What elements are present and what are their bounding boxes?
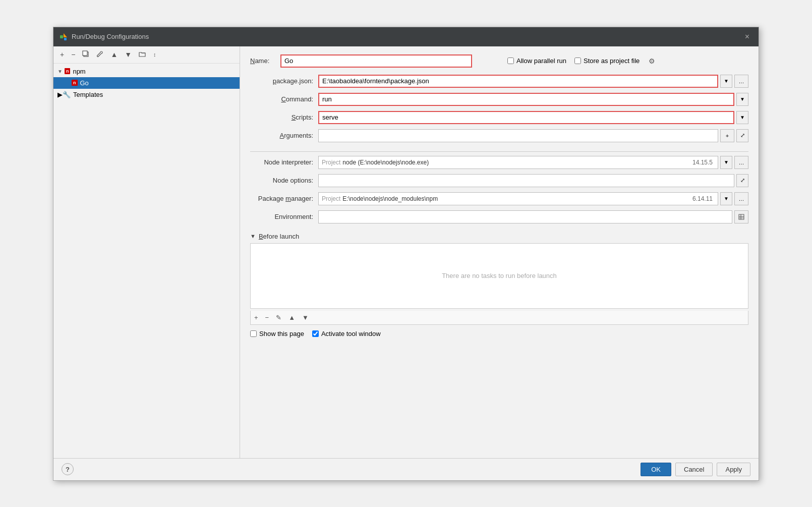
copy-icon (82, 50, 89, 58)
package-manager-label: Package manager: (250, 195, 318, 202)
close-button[interactable]: × (742, 31, 752, 42)
move-down-button[interactable]: ▼ (122, 49, 134, 60)
before-launch-add-button[interactable]: + (252, 313, 261, 322)
before-launch-body: There are no tasks to run before launch (250, 243, 748, 309)
node-interpreter-dropdown-button[interactable]: ▼ (720, 156, 732, 169)
go-config-label: Go (80, 79, 89, 87)
node-options-label: Node options: (250, 177, 318, 184)
node-options-row: Node options: ⤢ (250, 174, 748, 187)
npm-group-label: npm (73, 68, 85, 75)
arguments-label: Arguments: (250, 132, 318, 139)
remove-config-button[interactable]: − (69, 49, 78, 60)
cancel-button[interactable]: Cancel (675, 463, 713, 476)
sort-icon: ↕ (153, 50, 160, 58)
allow-parallel-checkbox-label[interactable]: Allow parallel run (507, 57, 566, 65)
svg-rect-6 (739, 214, 744, 219)
arguments-expand-button[interactable]: ⤢ (736, 129, 748, 142)
activate-tool-window-checkbox[interactable] (312, 330, 319, 337)
table-icon (738, 214, 744, 220)
before-launch-collapse-arrow: ▼ (250, 233, 256, 239)
activate-tool-window-checkbox-label[interactable]: Activate tool window (312, 330, 381, 337)
package-manager-row: Package manager: Project E:\node\nodejs\… (250, 192, 748, 205)
checkboxes-row: Allow parallel run Store as project file… (507, 57, 748, 65)
package-manager-browse-button[interactable]: … (734, 192, 748, 205)
environment-row: Environment: (250, 210, 748, 223)
before-launch-edit-button[interactable]: ✎ (273, 313, 284, 322)
before-launch-remove-button[interactable]: − (263, 313, 272, 322)
package-manager-prefix: Project (322, 195, 340, 202)
move-up-button[interactable]: ▲ (108, 49, 120, 60)
svg-text:↕: ↕ (153, 51, 156, 58)
activate-tool-window-label: Activate tool window (321, 330, 381, 337)
environment-browse-button[interactable] (734, 210, 748, 223)
node-interpreter-browse-button[interactable]: … (734, 156, 748, 169)
before-launch-label: Before launch (259, 233, 299, 240)
sort-button[interactable]: ↕ (150, 49, 162, 61)
show-page-checkbox-label[interactable]: Show this page (250, 330, 304, 337)
node-options-input[interactable] (318, 174, 734, 187)
ok-button[interactable]: OK (641, 463, 671, 476)
footer-left: ? (62, 463, 74, 475)
store-project-checkbox[interactable] (574, 58, 581, 64)
command-input[interactable] (318, 93, 734, 106)
before-launch-up-button[interactable]: ▲ (286, 313, 298, 322)
arguments-row: Arguments: + ⤢ (250, 129, 748, 142)
folder-button[interactable] (136, 49, 148, 61)
allow-parallel-label: Allow parallel run (516, 57, 566, 65)
help-button[interactable]: ? (62, 463, 74, 475)
package-json-row: package.json: ▼ … (250, 75, 748, 88)
apply-button[interactable]: Apply (717, 463, 750, 476)
npm-expand-arrow: ▼ (57, 69, 63, 74)
store-project-checkbox-label[interactable]: Store as project file (574, 57, 640, 65)
before-launch-down-button[interactable]: ▼ (300, 313, 311, 322)
right-panel: Name: Allow parallel run Store as projec… (240, 46, 759, 458)
package-manager-version: 6.14.11 (692, 195, 715, 202)
scripts-row: Scripts: ▼ (250, 111, 748, 124)
package-manager-path: E:\node\nodejs\node_modules\npm (342, 195, 438, 202)
copy-config-button[interactable] (80, 49, 92, 61)
node-interpreter-wrap: Project node (E:\node\nodejs\node.exe) 1… (318, 156, 748, 169)
package-manager-dropdown-button[interactable]: ▼ (720, 192, 732, 205)
before-launch-empty-text: There are no tasks to run before launch (442, 272, 557, 279)
npm-icon: n (65, 68, 71, 74)
wrench-button[interactable] (94, 49, 106, 61)
settings-gear-button[interactable]: ⚙ (649, 57, 655, 65)
arguments-add-button[interactable]: + (720, 129, 734, 142)
name-input[interactable] (280, 54, 472, 68)
svg-rect-0 (60, 35, 63, 38)
environment-wrap (318, 210, 748, 223)
templates-item[interactable]: ▶ 🔧 Templates (53, 89, 240, 100)
node-options-wrap: ⤢ (318, 174, 748, 187)
package-json-browse-button[interactable]: … (734, 75, 748, 88)
wrench-small-icon: 🔧 (63, 91, 71, 98)
add-config-button[interactable]: + (57, 49, 67, 60)
scripts-label: Scripts: (250, 114, 318, 121)
name-row: Name: Allow parallel run Store as projec… (250, 54, 748, 68)
scripts-dropdown-button[interactable]: ▼ (736, 111, 748, 124)
environment-label: Environment: (250, 213, 318, 220)
package-json-dropdown-button[interactable]: ▼ (720, 75, 732, 88)
go-config-item[interactable]: n Go (53, 77, 240, 89)
command-wrap: ▼ (318, 93, 748, 106)
bottom-checkboxes: Show this page Activate tool window (250, 330, 748, 337)
package-json-input[interactable] (318, 75, 718, 88)
store-project-label: Store as project file (584, 57, 640, 65)
app-icon (60, 33, 68, 41)
allow-parallel-checkbox[interactable] (507, 58, 514, 64)
svg-rect-2 (64, 38, 67, 40)
svg-marker-1 (64, 33, 67, 37)
package-manager-wrap: Project E:\node\nodejs\node_modules\npm … (318, 192, 748, 205)
show-page-checkbox[interactable] (250, 330, 257, 337)
templates-arrow: ▶ (57, 91, 63, 98)
go-npm-icon: n (72, 80, 78, 86)
environment-input[interactable] (318, 210, 732, 223)
scripts-input[interactable] (318, 111, 734, 124)
node-options-expand-button[interactable]: ⤢ (736, 174, 748, 187)
config-tree: ▼ n npm n Go ▶ 🔧 Templates (53, 64, 240, 458)
arguments-input[interactable] (318, 129, 718, 142)
before-launch-header[interactable]: ▼ Before launch (250, 233, 748, 240)
left-panel: + − ▲ ▼ (53, 46, 240, 458)
npm-group-item[interactable]: ▼ n npm (53, 66, 240, 77)
node-interpreter-display: Project node (E:\node\nodejs\node.exe) 1… (318, 156, 718, 169)
command-dropdown-button[interactable]: ▼ (736, 93, 748, 106)
